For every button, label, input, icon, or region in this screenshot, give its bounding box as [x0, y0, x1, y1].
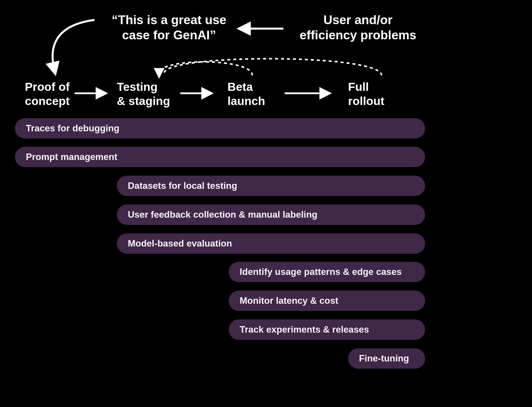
arrow-layer: [0, 0, 532, 407]
text-genai-quote: “This is a great usecase for GenAI”: [94, 12, 244, 43]
pill-traces: Traces for debugging: [15, 118, 425, 139]
pill-latency: Monitor latency & cost: [229, 291, 425, 311]
diagram-canvas: “This is a great usecase for GenAI” User…: [0, 0, 532, 407]
stage-poc: Proof ofconcept: [25, 80, 85, 108]
pill-datasets: Datasets for local testing: [117, 176, 425, 196]
pill-finetune: Fine-tuning: [348, 348, 425, 369]
stage-beta: Betalaunch: [227, 80, 282, 108]
stage-rollout: Fullrollout: [348, 80, 403, 108]
pill-experiments: Track experiments & releases: [229, 319, 425, 340]
pill-patterns: Identify usage patterns & edge cases: [229, 262, 425, 282]
pill-eval: Model-based evaluation: [117, 233, 425, 254]
arrow-dashed-beta-to-testing: [159, 62, 252, 75]
arrow-dashed-rollout-to-testing: [164, 59, 382, 75]
stage-testing: Testing& staging: [117, 80, 181, 108]
pill-prompt: Prompt management: [15, 147, 425, 167]
pill-feedback: User feedback collection & manual labeli…: [117, 204, 425, 225]
text-problems: User and/orefficiency problems: [288, 12, 428, 43]
arrow-quote-to-poc: [53, 20, 94, 69]
